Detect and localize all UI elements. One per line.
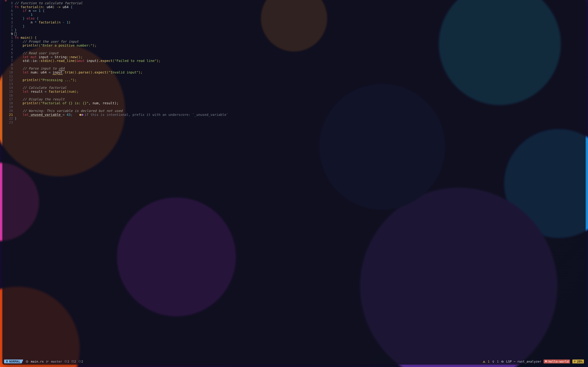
svg-point-3 bbox=[46, 362, 47, 363]
line-number: 5 bbox=[7, 51, 15, 55]
code-line[interactable]: 22 } bbox=[7, 117, 586, 121]
rust-icon bbox=[26, 360, 28, 363]
warning-icon bbox=[483, 360, 485, 363]
line-number: 8 bbox=[7, 63, 15, 67]
diag-marker-icon bbox=[82, 114, 83, 116]
git-removed-count: −2 bbox=[78, 360, 83, 363]
line-number-current: 9 bbox=[7, 32, 15, 36]
line-number: 6 bbox=[7, 9, 15, 13]
status-bar: NORMAL main.rs master +2 •2 −2 1 1 bbox=[2, 359, 586, 365]
svg-point-2 bbox=[46, 361, 47, 361]
gear-icon[interactable] bbox=[501, 360, 504, 363]
code-line[interactable]: 2 } bbox=[7, 25, 586, 28]
line-number: 4 bbox=[7, 17, 15, 21]
code-line[interactable]: 2 // Prompt the user for input bbox=[7, 40, 586, 44]
code-line[interactable]: 6 if n <= 1 { bbox=[7, 9, 586, 13]
line-number: 23 bbox=[7, 121, 15, 125]
code-line[interactable]: 3 n * factorial(n - 1) bbox=[7, 21, 586, 25]
code-line[interactable]: 20 // Warning: This variable is declared… bbox=[7, 109, 586, 113]
git-branch-icon bbox=[46, 360, 49, 363]
code-line[interactable]: 7 std::io::stdin().read_line(&mut input)… bbox=[7, 59, 586, 63]
line-number: 22 bbox=[7, 117, 15, 121]
line-number: 17 bbox=[7, 98, 15, 101]
line-number: 11 bbox=[7, 75, 15, 78]
git-branch-name: master bbox=[51, 360, 62, 363]
line-number: 5 bbox=[7, 13, 15, 17]
line-number: 9 bbox=[7, 67, 15, 71]
code-line[interactable]: 8 bbox=[7, 63, 586, 67]
lsp-status: LSP ~ rust_analyzer bbox=[506, 360, 541, 363]
line-number: 7 bbox=[7, 59, 15, 63]
code-line[interactable]: 8 // Function to calculate factorial bbox=[7, 1, 586, 5]
line-number: 12 bbox=[7, 78, 15, 82]
git-added-count: +2 bbox=[65, 360, 69, 363]
unused-variable-warning: unused_variable bbox=[29, 113, 63, 117]
line-number: 18 bbox=[7, 101, 15, 105]
line-number: 10 bbox=[7, 71, 15, 75]
code-line[interactable]: 7 fn factorial(n: u64) -> u64 { bbox=[7, 5, 586, 9]
code-line[interactable]: 17 // Display the result bbox=[7, 98, 586, 101]
code-line[interactable]: 4 } else { bbox=[7, 17, 586, 21]
line-number: 20 bbox=[7, 109, 15, 113]
window-close-button[interactable] bbox=[5, 0, 7, 1]
code-line[interactable]: 6 let mut input = String::new(); bbox=[7, 55, 586, 59]
line-number: 14 bbox=[7, 86, 15, 90]
code-editor[interactable]: 8 // Function to calculate factorial 7 f… bbox=[2, 1, 586, 359]
line-number: 4 bbox=[7, 48, 15, 51]
code-line[interactable]: 5 // Read user input bbox=[7, 51, 586, 55]
svg-point-4 bbox=[48, 361, 48, 361]
editor-window[interactable]: 8 // Function to calculate factorial 7 f… bbox=[2, 0, 586, 365]
git-modified-count: •2 bbox=[72, 360, 76, 363]
lines-icon bbox=[574, 360, 576, 363]
vim-mode-indicator: NORMAL bbox=[4, 359, 23, 363]
line-number: 3 bbox=[7, 44, 15, 48]
line-number: 8 bbox=[7, 1, 15, 5]
inline-diagnostic: if this is intentional, prefix it with a… bbox=[79, 113, 228, 117]
code-line[interactable]: 16 bbox=[7, 94, 586, 98]
line-number: 6 bbox=[7, 55, 15, 59]
code-line[interactable]: 12 println!("Processing ..."); bbox=[7, 78, 586, 82]
comment: // Function to calculate factorial bbox=[15, 1, 83, 5]
code-line[interactable]: 3 println!("Enter a positive number:"); bbox=[7, 44, 586, 48]
filename: main.rs bbox=[31, 360, 44, 363]
scroll-percent: 28% bbox=[572, 359, 584, 363]
svg-rect-6 bbox=[546, 361, 546, 362]
cursor bbox=[15, 33, 17, 36]
diag-marker-icon bbox=[79, 114, 81, 116]
line-number: 19 bbox=[7, 105, 15, 109]
code-line[interactable]: 18 println!("Factorial of {} is: {}", nu… bbox=[7, 101, 586, 105]
line-number: 2 bbox=[7, 40, 15, 44]
workspace-indicator[interactable]: hello-world bbox=[544, 359, 570, 363]
helix-icon bbox=[6, 360, 8, 363]
hint-icon bbox=[492, 360, 495, 363]
code-line[interactable]: 10 let num: u64 = input.trim().parse().e… bbox=[7, 71, 586, 75]
code-line[interactable]: 9 // Parse input to u64 bbox=[7, 67, 586, 71]
line-number: 1 bbox=[7, 28, 15, 32]
code-line[interactable]: 4 bbox=[7, 48, 586, 51]
code-line[interactable]: 5 1 bbox=[7, 13, 586, 17]
hint-count: 1 bbox=[497, 360, 499, 363]
line-number: 13 bbox=[7, 82, 15, 86]
code-line[interactable]: 11 bbox=[7, 75, 586, 78]
line-number: 15 bbox=[7, 90, 15, 94]
window-titlebar[interactable] bbox=[2, 0, 586, 1]
svg-point-1 bbox=[27, 361, 27, 362]
code-line[interactable]: 1 fn main() { bbox=[7, 36, 586, 40]
line-number: 16 bbox=[7, 94, 15, 98]
line-number: 21 bbox=[7, 113, 15, 117]
line-number: 2 bbox=[7, 25, 15, 28]
warning-count: 1 bbox=[488, 360, 490, 363]
folder-icon bbox=[545, 360, 547, 363]
code-line-current[interactable]: 9 bbox=[7, 32, 586, 36]
code-line[interactable]: 19 bbox=[7, 105, 586, 109]
code-line[interactable]: 23 bbox=[7, 121, 586, 125]
code-line[interactable]: 1 } bbox=[7, 28, 586, 32]
code-line[interactable]: 21 let unused_variable = 43;if this is i… bbox=[7, 113, 586, 117]
code-line[interactable]: 15 let result = factorial(num); bbox=[7, 90, 586, 94]
line-number: 7 bbox=[7, 5, 15, 9]
line-number: 1 bbox=[7, 36, 15, 40]
code-line[interactable]: 13 bbox=[7, 82, 586, 86]
code-line[interactable]: 14 // Calculate factorial bbox=[7, 86, 586, 90]
line-number: 3 bbox=[7, 21, 15, 25]
